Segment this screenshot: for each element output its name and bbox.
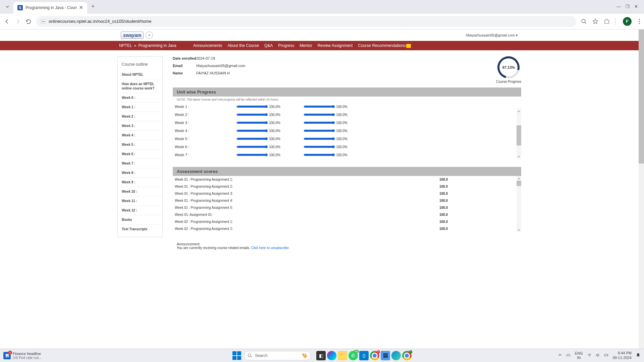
extensions-icon[interactable] xyxy=(604,18,610,24)
unit-progress-row: Week 4 : 100.0% 100.0% xyxy=(173,127,515,135)
progress-percent-1: 100.0% xyxy=(269,113,280,117)
progress-percent-2: 100.0% xyxy=(336,113,347,117)
unit-name: Week 6 : xyxy=(175,145,237,149)
browser-menu-icon[interactable] xyxy=(639,19,640,24)
page-scrollbar[interactable] xyxy=(639,29,644,349)
sidebar-item-books[interactable]: Books xyxy=(118,215,162,225)
sidebar-item-week2[interactable]: Week 2 : xyxy=(118,112,162,121)
sidebar-item-week5[interactable]: Week 5 : xyxy=(118,140,162,149)
back-button[interactable] xyxy=(4,18,10,24)
progress-bar xyxy=(304,122,334,124)
date-enrolled-value: 2024-07-19 xyxy=(196,56,215,60)
assessment-header: Assessment scores xyxy=(173,167,521,176)
forward-button[interactable] xyxy=(15,18,21,24)
chevron-down-icon: ▾ xyxy=(516,33,518,37)
assessment-score: 100.0 xyxy=(439,220,513,224)
nav-mentor[interactable]: Mentor xyxy=(300,43,312,48)
nav-announcements[interactable]: Announcements xyxy=(193,43,222,48)
assess-scrollbar[interactable]: ▲ ▼ xyxy=(517,176,521,232)
bookmark-icon[interactable] xyxy=(592,18,598,24)
breadcrumb-course[interactable]: Programming in Java xyxy=(138,43,176,48)
unit-scrollbar[interactable]: ▲ ▼ xyxy=(517,109,521,159)
unit-progress-row: Week 2 : 100.0% 100.0% xyxy=(173,111,515,119)
announcement-text: You are currently receiving course relat… xyxy=(177,246,251,250)
nav-qa[interactable]: Q&A xyxy=(264,43,273,48)
main-nav: NPTEL » Programming in Java Announcement… xyxy=(0,41,639,50)
sidebar-item-week11[interactable]: Week 11 : xyxy=(118,196,162,206)
assessment-name: Week 01 : Programming Assignment 1: xyxy=(175,178,439,181)
nav-recommendations[interactable]: Course Recommendations xyxy=(358,43,411,48)
sidebar-item-week1[interactable]: Week 1 : xyxy=(118,103,162,112)
unit-progress-row: Week 3 : 100.0% 100.0% xyxy=(173,119,515,127)
tab-search-dropdown[interactable] xyxy=(3,2,12,11)
sidebar-item-about-nptel[interactable]: About NPTEL xyxy=(118,70,162,79)
scrollbar-thumb[interactable] xyxy=(517,181,521,186)
scrollbar-thumb[interactable] xyxy=(517,125,521,145)
unit-name: Week 4 : xyxy=(175,129,237,133)
maximize-button[interactable]: ❐ xyxy=(626,4,630,9)
scroll-up-icon[interactable]: ▲ xyxy=(517,176,521,181)
sidebar-item-week6[interactable]: Week 6 : xyxy=(118,149,162,159)
close-window-button[interactable]: ✕ xyxy=(634,4,638,9)
nav-review[interactable]: Review Assignment xyxy=(318,43,353,48)
browser-tab[interactable]: S Programming in Java - Course ✕ xyxy=(13,2,87,13)
sidebar-item-week12[interactable]: Week 12 : xyxy=(118,206,162,215)
swayam-logo[interactable]: swayam xyxy=(121,32,144,39)
user-email-dropdown[interactable]: hfaiyazhussain05@gmail.com ▾ xyxy=(466,33,518,38)
sidebar-item-how-works[interactable]: How does an NPTEL online course work? xyxy=(118,79,162,93)
nav-progress[interactable]: Progress xyxy=(278,43,294,48)
progress-percent-2: 100.0% xyxy=(336,105,347,109)
progress-bar xyxy=(304,138,334,140)
site-info-icon[interactable]: ⊶ xyxy=(40,19,46,23)
unsubscribe-link[interactable]: Click here to unsubscribe. xyxy=(251,246,289,250)
sidebar-item-week8[interactable]: Week 8 : xyxy=(118,168,162,178)
reload-button[interactable] xyxy=(25,18,32,24)
progress-bar xyxy=(304,114,334,116)
scroll-up-icon[interactable]: ▲ xyxy=(517,109,521,113)
tab-close-icon[interactable]: ✕ xyxy=(79,4,83,11)
assessment-row: Week 01: Assignment 01: 100.0 xyxy=(173,211,515,218)
progress-percent-1: 100.0% xyxy=(269,121,280,125)
scrollbar-thumb[interactable] xyxy=(639,29,644,164)
progress-bar xyxy=(237,122,267,124)
profile-avatar[interactable]: F xyxy=(623,17,632,26)
scroll-down-icon[interactable]: ▼ xyxy=(517,228,521,232)
sidebar-item-week0[interactable]: Week 0 : xyxy=(118,93,162,103)
address-bar[interactable]: ⊶ onlinecourses.nptel.ac.in/noc24_cs105/… xyxy=(36,16,576,27)
assessment-row: Week 02 : Programming Assignment 2: 100.… xyxy=(173,225,515,232)
name-value: FAIYAZ HUSSAIN H xyxy=(196,71,230,75)
progress-bar xyxy=(304,106,334,108)
progress-percent-1: 100.0% xyxy=(269,129,280,133)
progress-percent-1: 100.0% xyxy=(269,153,280,157)
progress-percent-2: 100.0% xyxy=(336,129,347,133)
breadcrumb-nptel[interactable]: NPTEL xyxy=(119,43,132,48)
tab-favicon: S xyxy=(17,5,23,10)
progress-percent-2: 100.0% xyxy=(336,137,347,141)
minimize-button[interactable]: — xyxy=(616,4,621,9)
new-tab-button[interactable]: + xyxy=(91,3,95,10)
progress-bar xyxy=(237,138,267,140)
scroll-down-icon[interactable]: ▼ xyxy=(517,154,521,159)
assessment-name: Week 01 : Programming Assignment 5: xyxy=(175,206,439,209)
progress-percent-2: 100.0% xyxy=(336,121,347,125)
nav-about[interactable]: About the Course xyxy=(228,43,259,48)
name-label: Name xyxy=(173,71,196,75)
sidebar-item-transcripts[interactable]: Text Transcripts xyxy=(118,225,162,234)
breadcrumb: NPTEL » Programming in Java xyxy=(119,43,176,48)
unit-name: Week 5 : xyxy=(175,137,237,141)
progress-bar xyxy=(237,106,267,108)
progress-bar xyxy=(237,130,267,132)
sidebar-item-week10[interactable]: Week 10 : xyxy=(118,187,162,196)
progress-bar xyxy=(237,146,267,148)
progress-bar xyxy=(237,154,267,156)
sidebar-item-week4[interactable]: Week 4 : xyxy=(118,131,162,140)
sidebar-item-week9[interactable]: Week 9 : xyxy=(118,178,162,187)
nptel-logo-icon[interactable]: ✷ xyxy=(146,32,153,39)
sidebar-item-week3[interactable]: Week 3 : xyxy=(118,121,162,131)
assessment-row: Week 01 : Programming Assignment 3: 100.… xyxy=(173,190,515,197)
zoom-icon[interactable] xyxy=(581,18,587,24)
unit-progress-header: Unit wise Progress xyxy=(173,87,521,97)
unit-progress-note: NOTE: The latest Course and Unit progres… xyxy=(173,97,521,103)
sidebar-item-week7[interactable]: Week 7 : xyxy=(118,159,162,168)
assessment-name: Week 02 : Programming Assignment 2: xyxy=(175,227,439,231)
